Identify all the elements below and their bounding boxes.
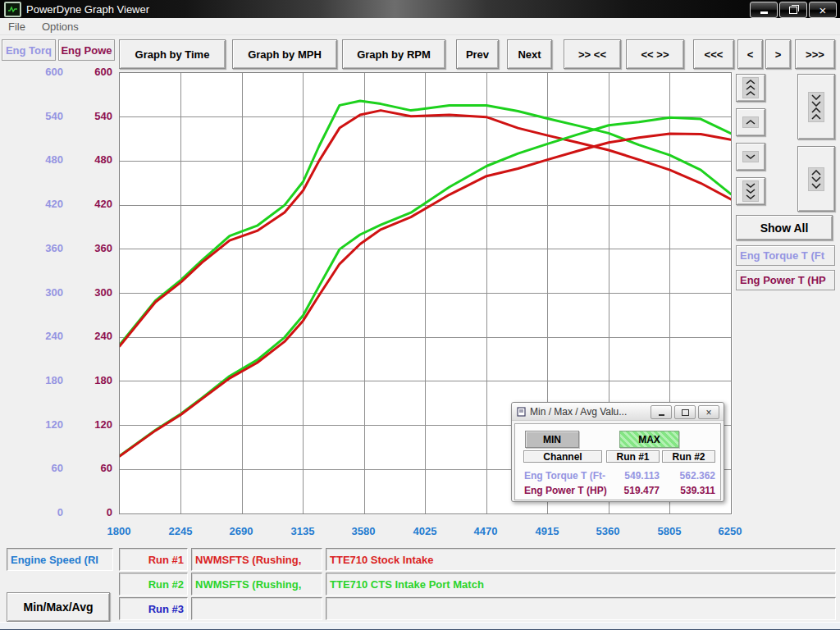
zoom-in-x-button[interactable]: >> <<: [564, 39, 621, 69]
torque-axis-tick: 300: [22, 285, 63, 300]
power-axis-tick: 240: [71, 329, 112, 344]
run2-column-header: Run #2: [662, 450, 715, 463]
menu-options[interactable]: Options: [34, 21, 87, 33]
rpm-axis-tick: 4025: [400, 525, 450, 537]
document-icon: [517, 407, 526, 417]
zoom-out-x-button[interactable]: << >>: [626, 39, 684, 69]
run1-file-field: NWMSFTS (Rushing,: [191, 548, 322, 571]
minimize-icon: [760, 11, 768, 14]
minmax-body: MIN MAX Channel Run #1 Run #2 Eng Torque…: [514, 423, 721, 500]
minmax-window[interactable]: Min / Max / Avg Valu... × MIN MAX Channe…: [511, 402, 724, 502]
power-run2-max: 539.311: [663, 485, 715, 496]
expand-y-button[interactable]: [797, 146, 835, 212]
rpm-axis-tick: 3135: [278, 525, 327, 537]
minimize-icon: [659, 414, 664, 416]
pan-far-left-button[interactable]: <<<: [693, 39, 734, 69]
torque-axis-tick: 0: [22, 505, 63, 520]
torque-run1-max: 549.113: [607, 470, 660, 482]
torque-axis-tick: 600: [22, 65, 63, 80]
run3-label: Run #3: [119, 597, 188, 620]
power-axis-tick: 480: [71, 153, 112, 167]
powerdyne-window: { "window": { "title": "PowerDyne Graph …: [0, 0, 840, 630]
chevron-up-icon: [742, 116, 759, 128]
power-axis-tick: 0: [71, 505, 112, 520]
minmax-close-button[interactable]: ×: [698, 405, 719, 419]
power-channel-button[interactable]: Eng Powe: [58, 39, 115, 61]
restore-icon: [682, 409, 689, 416]
close-button[interactable]: ×: [809, 2, 837, 18]
minmax-titlebar[interactable]: Min / Max / Avg Valu... ×: [512, 403, 724, 421]
rpm-axis-tick: 5805: [645, 525, 694, 537]
chevron-triple-down-icon: [742, 180, 759, 202]
torque-axis-tick: 180: [22, 373, 63, 388]
minmax-minimize-button[interactable]: [651, 405, 672, 419]
torque-axis-tick: 60: [22, 461, 63, 476]
rpm-axis-tick: 4915: [523, 525, 572, 537]
app-icon: [4, 2, 21, 17]
power-axis-tick: 300: [71, 285, 112, 300]
next-button[interactable]: Next: [507, 39, 552, 69]
title-bar[interactable]: PowerDyne Graph Viewer ×: [0, 0, 840, 18]
power-channel-label[interactable]: Eng Power T (HP: [736, 270, 835, 290]
show-all-button[interactable]: Show All: [736, 215, 833, 240]
chevrons-expand-vertical-icon: [808, 167, 824, 191]
pan-right-button[interactable]: >: [765, 39, 791, 69]
power-axis-tick: 360: [71, 241, 112, 256]
torque-axis-tick: 420: [22, 197, 63, 212]
scale-up-fast-button[interactable]: [736, 74, 765, 102]
maximize-button[interactable]: [779, 2, 807, 18]
menu-file[interactable]: File: [0, 21, 34, 33]
rpm-axis-tick: 3580: [339, 525, 388, 537]
run2-file-field: NWMSFTS (Rushing,: [191, 573, 322, 596]
torque-axis-tick: 360: [22, 241, 63, 256]
chevron-down-icon: [742, 151, 759, 162]
torque-axis-tick: 120: [22, 418, 63, 432]
torque-axis-tick: 540: [22, 109, 63, 124]
power-row-label: Eng Power T (HP): [524, 485, 607, 496]
power-axis-tick: 540: [71, 109, 112, 124]
scale-up-button[interactable]: [736, 108, 765, 136]
prev-button[interactable]: Prev: [456, 39, 499, 69]
run2-description-field: TTE710 CTS Intake Port Match: [326, 573, 836, 596]
run1-description-field: TTE710 Stock Intake: [326, 548, 836, 571]
minmax-window-title: Min / Max / Avg Valu...: [530, 406, 627, 418]
rpm-axis-tick: 4470: [461, 525, 510, 537]
graph-by-rpm-button[interactable]: Graph by RPM: [342, 39, 445, 69]
x-channel-field: Engine Speed (RI: [7, 548, 113, 571]
run3-file-field: [191, 597, 322, 620]
run1-column-header: Run #1: [606, 450, 660, 463]
window-title: PowerDyne Graph Viewer: [26, 3, 149, 16]
compress-y-button[interactable]: [797, 74, 835, 139]
run2-label: Run #2: [119, 573, 188, 596]
run3-description-field: [326, 597, 836, 620]
minmax-avg-button[interactable]: Min/Max/Avg: [7, 592, 110, 622]
torque-channel-button[interactable]: Eng Torq: [2, 39, 56, 61]
pan-far-right-button[interactable]: >>>: [795, 39, 835, 69]
close-icon: ×: [819, 4, 827, 16]
rpm-axis-tick: 6250: [705, 525, 755, 537]
menu-bar: File Options: [0, 18, 840, 35]
window-bottom-border: [0, 622, 840, 630]
minmax-restore-button[interactable]: [674, 405, 696, 419]
rpm-axis-tick: 2245: [156, 525, 205, 537]
min-toggle-button[interactable]: MIN: [525, 431, 579, 448]
power-axis-tick: 420: [71, 197, 112, 212]
maximize-icon: [789, 7, 797, 14]
scale-down-fast-button[interactable]: [736, 177, 765, 205]
power-run1-max: 519.477: [607, 485, 660, 496]
power-axis-tick: 600: [71, 65, 112, 80]
max-toggle-button[interactable]: MAX: [619, 431, 679, 448]
torque-axis-tick: 240: [22, 329, 63, 344]
torque-axis-tick: 480: [22, 153, 63, 167]
pan-left-button[interactable]: <: [737, 39, 763, 69]
torque-row-label: Eng Torque T (Ft-: [524, 470, 605, 482]
graph-by-time-button[interactable]: Graph by Time: [119, 39, 226, 69]
run1-label: Run #1: [119, 548, 188, 571]
minimize-button[interactable]: [750, 2, 778, 18]
torque-run2-max: 562.362: [663, 470, 715, 482]
scale-down-button[interactable]: [736, 143, 765, 171]
torque-channel-label[interactable]: Eng Torque T (Ft: [736, 245, 835, 266]
graph-by-mph-button[interactable]: Graph by MPH: [232, 39, 337, 69]
close-icon: ×: [705, 407, 711, 418]
chevron-triple-up-icon: [742, 77, 759, 98]
